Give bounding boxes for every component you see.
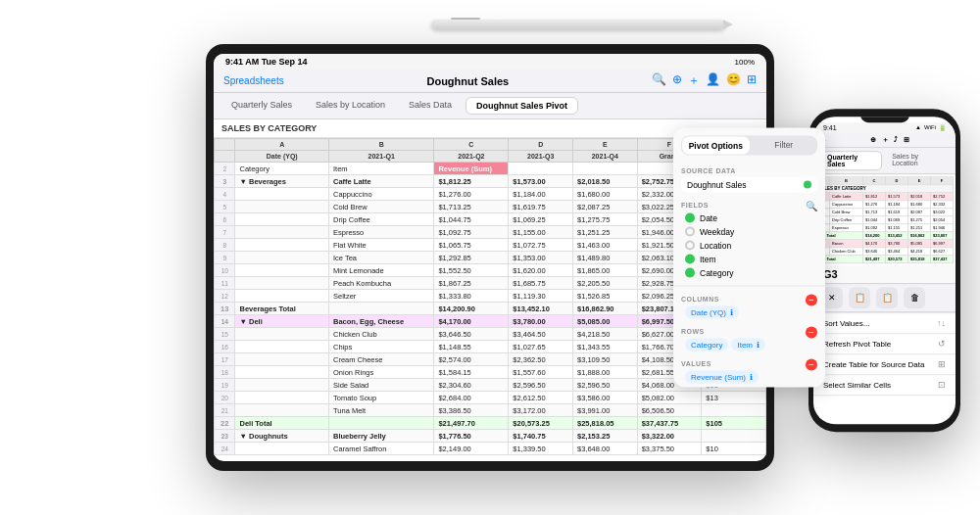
- cell-v2: $1,573.00: [509, 175, 573, 188]
- info-icon[interactable]: ℹ: [730, 308, 733, 317]
- columns-chips: Date (YQ) ℹ: [681, 306, 817, 321]
- ipad-battery: 100%: [735, 58, 755, 67]
- iphone-icon-share[interactable]: ⤴: [894, 136, 898, 143]
- ipad-time: 9:41 AM Tue Sep 14: [225, 57, 308, 67]
- field-category[interactable]: Category: [681, 266, 817, 280]
- ipad-tabs: Quarterly Sales Sales by Location Sales …: [214, 93, 766, 119]
- select-similar-menu-item[interactable]: Select Similar Cells ⊡: [813, 375, 956, 396]
- tab-sales-by-location[interactable]: Sales by Location: [306, 97, 395, 115]
- share-icon[interactable]: 👤: [706, 72, 720, 89]
- paste-button[interactable]: 📋: [876, 287, 898, 308]
- pivot-rows-section: ROWS − Category Item ℹ: [673, 323, 825, 355]
- pivot-source-name: Doughnut Sales: [687, 180, 747, 190]
- values-chips: Revenue (Sum) ℹ: [681, 371, 817, 386]
- field-checkbox-weekday[interactable]: [685, 227, 695, 237]
- sub-header-q1: 2021-Q1: [328, 151, 433, 163]
- column-chip-date-label: Date (YQ): [691, 308, 726, 317]
- iphone-icon-grid[interactable]: ⊞: [904, 136, 909, 143]
- cell-cat-beverages: ▼ Beverages: [235, 175, 329, 188]
- search-icon[interactable]: 🔍: [652, 72, 666, 89]
- delete-button[interactable]: 🗑: [904, 287, 925, 308]
- remove-row-button[interactable]: −: [806, 327, 817, 339]
- tab-doughnut-pivot[interactable]: Doughnut Sales Pivot: [466, 97, 578, 115]
- refresh-pivot-menu-item[interactable]: Refresh Pivot Table ↺: [813, 334, 956, 354]
- field-checkbox-category[interactable]: [685, 268, 695, 278]
- sub-header-q3: 2021-Q3: [509, 151, 573, 163]
- iphone-toolbar-icons: ⊕ ＋ ⤴ ⊞: [830, 135, 950, 145]
- emoji-icon[interactable]: 😊: [726, 72, 741, 89]
- sub-header-q4: 2021-Q4: [573, 151, 638, 163]
- field-label-category: Category: [700, 268, 734, 278]
- sort-icon: ↑↓: [937, 318, 946, 328]
- field-label-weekday: Weekday: [700, 227, 734, 237]
- refresh-pivot-label: Refresh Pivot Table: [823, 340, 891, 349]
- iphone-icon-circle[interactable]: ⊕: [870, 136, 876, 143]
- cell-v3: $2,018.50: [573, 175, 638, 188]
- iphone-tab-quarterly[interactable]: Quarterly Sales: [819, 151, 882, 170]
- field-weekday[interactable]: Weekday: [681, 225, 817, 239]
- info-icon-item[interactable]: ℹ: [757, 341, 760, 350]
- remove-value-button[interactable]: −: [806, 359, 817, 371]
- iphone-time: 9:41: [823, 124, 837, 131]
- sort-values-label: Sort Values...: [823, 319, 869, 328]
- pivot-source-label: SOURCE DATA: [681, 167, 817, 174]
- remove-column-button[interactable]: −: [806, 295, 817, 306]
- pivot-panel-tabs: Pivot Options Filter: [681, 136, 817, 156]
- pivot-values-section: VALUES − Revenue (Sum) ℹ: [673, 355, 825, 388]
- cell-item-caffelatte: Caffe Latte: [328, 175, 433, 188]
- pivot-source-section: SOURCE DATA Doughnut Sales: [673, 164, 825, 197]
- scene: 9:41 AM Tue Sep 14 100% Spreadsheets Dou…: [0, 0, 980, 515]
- col-header-b: B: [328, 139, 433, 151]
- iphone-notch: [860, 117, 909, 122]
- cell-2-e: [573, 163, 638, 175]
- sort-values-menu-item[interactable]: Sort Values... ↑↓: [813, 313, 956, 334]
- tab-quarterly-sales[interactable]: Quarterly Sales: [221, 97, 302, 115]
- ipad-status-right: 100%: [735, 58, 755, 67]
- pivot-tab-filter[interactable]: Filter: [751, 136, 818, 156]
- pivot-columns-section: COLUMNS − Date (YQ) ℹ: [673, 291, 825, 323]
- pivot-source-item: Doughnut Sales: [681, 177, 817, 193]
- search-icon[interactable]: 🔍: [806, 201, 817, 211]
- add-icon[interactable]: ＋: [688, 72, 700, 89]
- pivot-fields-section: FIELDS 🔍 Date Weekday Location Item: [673, 197, 825, 282]
- value-chip-revenue[interactable]: Revenue (Sum) ℹ: [685, 371, 759, 384]
- col-header-c: C: [434, 139, 509, 151]
- field-checkbox-date[interactable]: [685, 213, 695, 223]
- field-date[interactable]: Date: [681, 211, 817, 225]
- column-chip-date[interactable]: Date (YQ) ℹ: [685, 306, 739, 319]
- ipad-toolbar-icons: 🔍 ⊕ ＋ 👤 😊 ⊞: [652, 72, 757, 89]
- sub-header-num: [215, 151, 235, 163]
- pivot-tab-options[interactable]: Pivot Options: [682, 137, 750, 155]
- ipad-back-link[interactable]: Spreadsheets: [223, 75, 284, 86]
- info-icon-revenue[interactable]: ℹ: [750, 373, 753, 382]
- iphone-icon-add[interactable]: ＋: [882, 136, 889, 143]
- col-header-e: E: [573, 139, 638, 151]
- signal-icon: ▲: [915, 124, 921, 131]
- field-item[interactable]: Item: [681, 253, 817, 266]
- col-header-a: A: [235, 139, 329, 151]
- iphone-device: 9:41 ▲ WiFi 🔋 ← ⊕ ＋ ⤴ ⊞ Quarterly S: [808, 109, 960, 432]
- ipad-title: Doughnut Sales: [290, 75, 646, 87]
- row-chip-item[interactable]: Item ℹ: [731, 339, 765, 351]
- col-header-d: D: [509, 139, 573, 151]
- row-chip-category[interactable]: Category: [685, 339, 728, 351]
- create-table-menu-item[interactable]: Create Table for Source Data ⊞: [813, 354, 956, 375]
- tab-sales-data[interactable]: Sales Data: [399, 97, 462, 115]
- battery-icon: 🔋: [939, 124, 946, 131]
- copy-button[interactable]: 📋: [849, 287, 870, 308]
- iphone-mini-table: A B C D E F SALES BY CATEGORY BevCaffe L…: [815, 176, 954, 263]
- iphone-tab-location[interactable]: Sales by Location: [885, 151, 950, 170]
- row-chip-category-label: Category: [691, 341, 722, 350]
- grid-icon[interactable]: ⊞: [747, 72, 757, 89]
- row-chip-item-label: Item: [737, 341, 753, 350]
- cell-v1: $1,812.25: [434, 175, 509, 188]
- pivot-fields-label: FIELDS: [681, 201, 709, 208]
- iphone-tabs: Quarterly Sales Sales by Location: [813, 148, 956, 174]
- circle-icon[interactable]: ⊕: [672, 72, 682, 89]
- refresh-icon: ↺: [938, 339, 946, 349]
- pivot-columns-label: COLUMNS: [681, 296, 719, 303]
- col-header-num: [215, 139, 235, 151]
- field-checkbox-location[interactable]: [685, 241, 695, 251]
- field-checkbox-item[interactable]: [685, 255, 695, 264]
- field-location[interactable]: Location: [681, 239, 817, 253]
